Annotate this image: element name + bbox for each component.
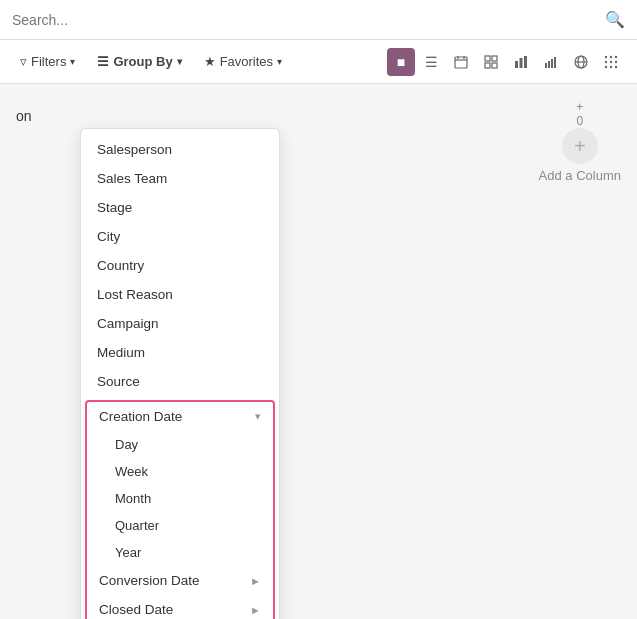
menu-item-source[interactable]: Source <box>81 367 279 396</box>
linechart-view-button[interactable] <box>537 48 565 76</box>
svg-rect-0 <box>455 57 467 68</box>
svg-point-19 <box>610 55 612 57</box>
svg-rect-4 <box>485 56 490 61</box>
menu-item-lost-reason[interactable]: Lost Reason <box>81 280 279 309</box>
groupby-chevron: ▾ <box>177 56 182 67</box>
svg-point-22 <box>610 60 612 62</box>
groupby-dropdown: Salesperson Sales Team Stage City Countr… <box>80 128 280 619</box>
filters-button[interactable]: ▿ Filters ▾ <box>12 50 83 73</box>
filters-chevron: ▾ <box>70 56 75 67</box>
svg-rect-13 <box>551 59 553 68</box>
search-bar: 🔍 <box>0 0 637 40</box>
menu-subitem-year[interactable]: Year <box>87 539 273 566</box>
svg-rect-10 <box>524 56 527 68</box>
groupby-icon: ☰ <box>97 54 109 69</box>
svg-point-24 <box>605 65 607 67</box>
map-view-button[interactable] <box>567 48 595 76</box>
pivot-view-button[interactable] <box>477 48 505 76</box>
menu-item-creation-date[interactable]: Creation Date ▾ <box>87 402 273 431</box>
list-view-button[interactable]: ☰ <box>417 48 445 76</box>
menu-item-sales-team[interactable]: Sales Team <box>81 164 279 193</box>
svg-point-26 <box>615 65 617 67</box>
svg-point-25 <box>610 65 612 67</box>
conversion-date-arrow: ► <box>250 575 261 587</box>
menu-subitem-quarter[interactable]: Quarter <box>87 512 273 539</box>
menu-item-campaign[interactable]: Campaign <box>81 309 279 338</box>
plus-count: + 0 <box>576 100 583 128</box>
closed-date-arrow: ► <box>250 604 261 616</box>
add-column-area: + 0 + Add a Column <box>539 100 621 183</box>
main-content: on + 0 + Add a Column Salesperson Sales … <box>0 84 637 619</box>
svg-rect-6 <box>485 63 490 68</box>
favorites-chevron: ▾ <box>277 56 282 67</box>
groupby-button[interactable]: ☰ Group By ▾ <box>89 50 189 73</box>
svg-rect-8 <box>515 61 518 68</box>
svg-point-18 <box>605 55 607 57</box>
menu-item-stage[interactable]: Stage <box>81 193 279 222</box>
menu-item-salesperson[interactable]: Salesperson <box>81 135 279 164</box>
svg-rect-9 <box>520 58 523 68</box>
svg-point-20 <box>615 55 617 57</box>
menu-subitem-month[interactable]: Month <box>87 485 273 512</box>
menu-item-medium[interactable]: Medium <box>81 338 279 367</box>
search-icon: 🔍 <box>605 10 625 29</box>
svg-rect-5 <box>492 56 497 61</box>
menu-subitem-day[interactable]: Day <box>87 431 273 458</box>
creation-date-section: Creation Date ▾ Day Week Month Quarter Y… <box>85 400 275 619</box>
dotgrid-view-button[interactable] <box>597 48 625 76</box>
view-icons: ■ ☰ <box>387 48 625 76</box>
calendar-view-button[interactable] <box>447 48 475 76</box>
page-label: on <box>16 108 32 124</box>
menu-item-country[interactable]: Country <box>81 251 279 280</box>
menu-item-city[interactable]: City <box>81 222 279 251</box>
kanban-view-button[interactable]: ■ <box>387 48 415 76</box>
svg-point-21 <box>605 60 607 62</box>
star-icon: ★ <box>204 54 216 69</box>
search-input[interactable] <box>12 12 605 28</box>
svg-rect-11 <box>545 63 547 68</box>
toolbar: ▿ Filters ▾ ☰ Group By ▾ ★ Favorites ▾ ■… <box>0 40 637 84</box>
svg-rect-12 <box>548 61 550 68</box>
groupby-label: Group By <box>113 54 172 69</box>
creation-date-arrow: ▾ <box>255 410 261 423</box>
filter-icon: ▿ <box>20 54 27 69</box>
filters-label: Filters <box>31 54 66 69</box>
add-column-label: Add a Column <box>539 168 621 183</box>
menu-item-conversion-date[interactable]: Conversion Date ► <box>87 566 273 595</box>
menu-subitem-week[interactable]: Week <box>87 458 273 485</box>
add-column-button[interactable]: + <box>562 128 598 164</box>
svg-rect-14 <box>554 57 556 68</box>
menu-item-closed-date[interactable]: Closed Date ► <box>87 595 273 619</box>
svg-point-23 <box>615 60 617 62</box>
barchart-view-button[interactable] <box>507 48 535 76</box>
favorites-button[interactable]: ★ Favorites ▾ <box>196 50 290 73</box>
svg-rect-7 <box>492 63 497 68</box>
favorites-label: Favorites <box>220 54 273 69</box>
